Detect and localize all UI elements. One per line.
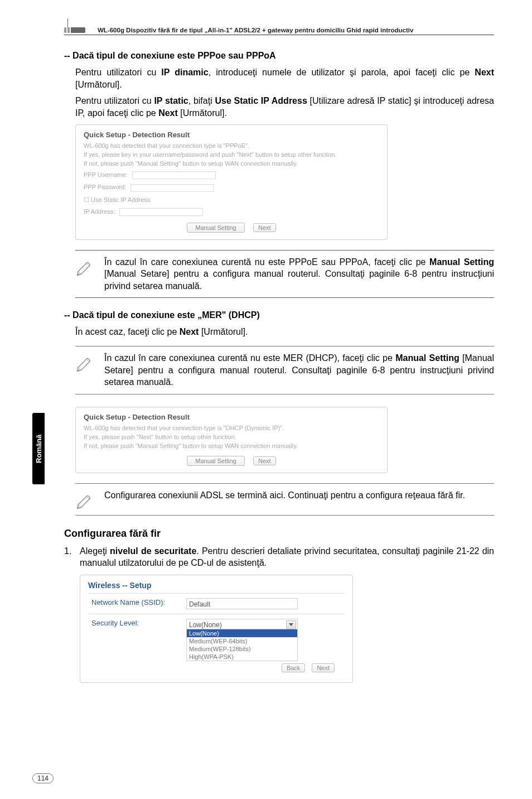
shot-title: Quick Setup - Detection Result: [84, 413, 379, 421]
shot-line: If yes, please key in your username/pass…: [84, 151, 379, 158]
select-option[interactable]: Medium(WEP-128bits): [187, 645, 297, 653]
note-pppoe: În cazul în care conexiunea curentă nu e…: [75, 250, 494, 299]
username-input[interactable]: [132, 171, 216, 179]
shot-line: If not, please push "Manual Setting" but…: [84, 160, 379, 167]
paragraph-dynamic-ip: Pentru utilizatori cu IP dinamic, introd…: [64, 66, 494, 90]
security-label: Security Level:: [88, 614, 183, 677]
password-input[interactable]: [130, 184, 214, 192]
chevron-down-icon: [289, 623, 293, 626]
section-heading-mer: -- Dacă tipul de conexiune este „MER" (D…: [64, 310, 494, 320]
next-button[interactable]: Next: [253, 456, 276, 465]
note-adsl-done: Configurarea conexiunii ADSL se termină …: [75, 483, 494, 516]
screenshot-dhcp: Quick Setup - Detection Result WL-600g h…: [75, 407, 388, 473]
shot-line: If not, please push "Manual Setting" but…: [84, 442, 379, 449]
note-mer: În cazul în care conexiunea curentă nu e…: [75, 346, 494, 394]
page-header: WL-600g Dispozitiv fără fir de tipul „Al…: [64, 27, 494, 35]
security-select[interactable]: Low(None) Low(None) Medium(WEP-64bits) M…: [186, 619, 298, 661]
wireless-title: Wireless -- Setup: [88, 581, 345, 590]
router-icon: [64, 27, 85, 33]
shot-line: WL-600g has detected that your connectio…: [84, 425, 379, 431]
section-heading-wireless: Configurarea fără fir: [64, 528, 494, 540]
form-row-ipaddr: IP Address:: [84, 208, 379, 216]
back-button[interactable]: Back: [282, 663, 305, 672]
select-option[interactable]: Low(None): [187, 629, 297, 637]
page-number: 114: [32, 773, 54, 783]
header-text: WL-600g Dispozitiv fără fir de tipul „Al…: [98, 27, 413, 33]
paragraph-mer: În acest caz, faceţi clic pe Next [Următ…: [64, 326, 494, 338]
manual-setting-button[interactable]: Manual Setting: [187, 456, 244, 466]
screenshot-pppoe: Quick Setup - Detection Result WL-600g h…: [75, 124, 388, 239]
form-row-username: PPP Username:: [84, 171, 379, 179]
paragraph-static-ip: Pentru utilizatori cu IP static, bifaţi …: [64, 95, 494, 119]
pencil-icon: [75, 490, 94, 509]
section-heading-pppoe: -- Dacă tipul de conexiune este PPPoe sa…: [64, 51, 494, 61]
shot-line: WL-600g has detected that your connectio…: [84, 142, 379, 149]
ipaddr-input[interactable]: [119, 208, 203, 216]
ssid-input[interactable]: Default: [186, 598, 298, 609]
next-button[interactable]: Next: [312, 663, 335, 672]
next-button[interactable]: Next: [253, 223, 276, 232]
pencil-icon: [75, 257, 94, 276]
screenshot-wireless: Wireless -- Setup Network Name (SSID): D…: [80, 575, 353, 683]
select-option[interactable]: Medium(WEP-64bits): [187, 637, 297, 645]
list-item-security-level: 1. Alegeţi nivelul de securitate. Pentru…: [64, 545, 494, 569]
pencil-icon: [75, 353, 94, 372]
manual-setting-button[interactable]: Manual Setting: [187, 223, 244, 233]
form-row-password: PPP Password:: [84, 184, 379, 191]
form-row-static-check: ☐ Use Static IP Address: [84, 196, 379, 204]
shot-title: Quick Setup - Detection Result: [84, 131, 379, 139]
language-tab: Română: [32, 413, 45, 484]
ssid-label: Network Name (SSID):: [88, 594, 183, 614]
shot-line: If yes, please push "Next" button to set…: [84, 434, 379, 440]
select-option[interactable]: High(WPA-PSK): [187, 653, 297, 661]
